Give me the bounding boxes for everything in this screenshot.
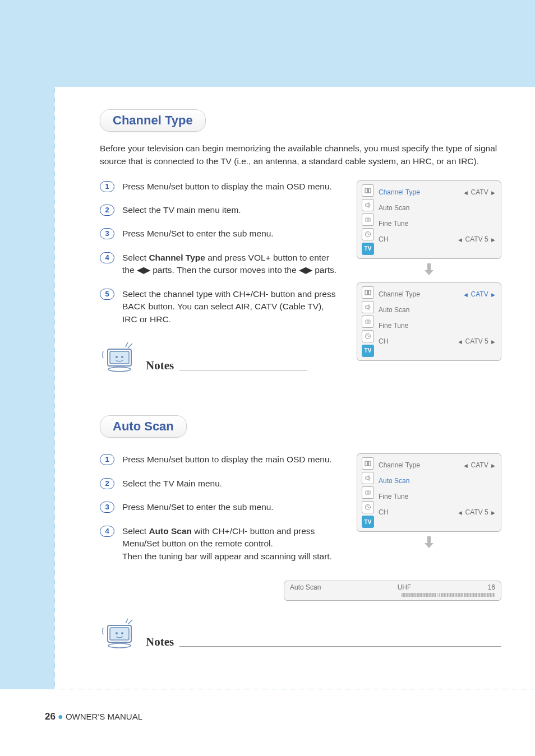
- timer-icon: [362, 330, 374, 342]
- svg-point-35: [116, 632, 118, 634]
- step4-line2: Then the tuning bar will appear and scan…: [122, 551, 332, 561]
- step4-bold: Channel Type: [149, 253, 205, 262]
- timer-icon: [362, 501, 374, 513]
- osd-row-channel-type: Channel Type ◀ CATV ▶: [379, 184, 496, 200]
- step-text: Select the channel type with CH+/CH- but…: [122, 288, 336, 326]
- osd-row-fine-tune: Fine Tune: [379, 489, 496, 504]
- svg-rect-17: [366, 320, 370, 323]
- osd-label: Channel Type: [379, 461, 420, 469]
- step-4: 4 Select Auto Scan with CH+/CH- button a…: [100, 525, 336, 563]
- step-3: 3 Press Menu/Set to enter the sub menu.: [100, 228, 336, 240]
- svg-rect-6: [367, 188, 369, 193]
- svg-rect-7: [366, 218, 370, 221]
- tv-tab-icon: TV: [362, 243, 374, 255]
- osd-value: ◀ CATV 5 ▶: [457, 235, 496, 243]
- notes-block: Notes: [100, 616, 501, 651]
- notes-block: Notes: [100, 340, 307, 375]
- content-area: Channel Type Before your television can …: [54, 87, 535, 689]
- step-number: 3: [100, 502, 114, 513]
- svg-point-2: [116, 356, 118, 358]
- scan-channel-number: 16: [488, 583, 495, 591]
- step-text: Press Menu/set button to display the mai…: [122, 453, 332, 466]
- channel-type-columns: 1 Press Menu/set button to display the m…: [100, 180, 501, 375]
- sidebar-band: [0, 0, 54, 689]
- osd-value-text: CATV: [471, 461, 488, 469]
- auto-scan-columns: 1 Press Menu/set button to display the m…: [100, 448, 501, 574]
- tv-tab-icon: TV: [362, 345, 374, 357]
- notes-label: Notes: [146, 359, 174, 375]
- osd-row-auto-scan: Auto Scan: [379, 302, 496, 318]
- setup-icon: [362, 486, 374, 499]
- svg-marker-32: [425, 543, 433, 548]
- osd-row-channel-type: Channel Type ◀ CATV ▶: [379, 286, 496, 302]
- osd-value-text: CATV: [471, 188, 488, 196]
- header-band: [0, 0, 535, 87]
- osd-menu-rows: Channel Type ◀ CATV ▶ Auto Scan Fine Tun…: [379, 286, 496, 357]
- down-arrow-icon: [357, 263, 501, 278]
- down-arrow-icon: [357, 536, 501, 551]
- osd-value-text: CATV: [471, 290, 488, 298]
- step-text: Select Channel Type and press VOL+ butto…: [122, 252, 336, 277]
- section-title-auto-scan: Auto Scan: [100, 415, 187, 438]
- osd-screenshot-2: TV Channel Type ◀ CATV ▶ Auto Scan Fine …: [357, 282, 501, 361]
- step-text: Press Menu/Set to enter the sub menu.: [122, 501, 274, 513]
- osd-label: CH: [379, 235, 388, 243]
- step-5: 5 Select the channel type with CH+/CH- b…: [100, 288, 336, 326]
- notes-underline: [179, 370, 307, 370]
- osd-label: Channel Type: [379, 290, 420, 298]
- osd-value-text: CATV 5: [465, 508, 488, 516]
- step-text: Press Menu/Set to enter the sub menu.: [122, 228, 274, 240]
- osd-label: Auto Scan: [379, 306, 409, 314]
- osd-row-channel-type: Channel Type ◀ CATV ▶: [379, 457, 496, 473]
- osd-tab-icons: TV: [362, 286, 374, 357]
- step-3: 3 Press Menu/Set to enter the sub menu.: [100, 501, 336, 513]
- osd-value: ◀ CATV ▶: [463, 290, 496, 298]
- osd-menu-rows: Channel Type ◀ CATV ▶ Auto Scan Fine Tun…: [379, 457, 496, 528]
- picture-icon: [362, 184, 374, 197]
- sound-icon: [362, 472, 374, 484]
- osd-value: ◀ CATV 5 ▶: [457, 508, 496, 516]
- osd-row-fine-tune: Fine Tune: [379, 216, 496, 231]
- step-text: Press Menu/set button to display the mai…: [122, 180, 332, 193]
- steps-column: 1 Press Menu/set button to display the m…: [100, 448, 336, 574]
- osd-value: ◀ CATV ▶: [463, 461, 496, 469]
- osd-value: ◀ CATV 5 ▶: [457, 337, 496, 345]
- step-number: 3: [100, 228, 114, 239]
- footer-label: OWNER'S MANUAL: [66, 712, 142, 721]
- step-4: 4 Select Channel Type and press VOL+ but…: [100, 252, 336, 277]
- scan-band: UHF: [398, 583, 412, 591]
- svg-point-3: [121, 356, 123, 358]
- svg-marker-14: [425, 270, 433, 275]
- step-number: 2: [100, 478, 114, 489]
- setup-icon: [362, 214, 374, 226]
- osd-column: TV Channel Type ◀ CATV ▶ Auto Scan Fine …: [357, 448, 501, 555]
- auto-scan-progress-bar: Auto Scan UHF 16 |||||||||||||||||||||||…: [284, 581, 501, 601]
- osd-value: ◀ CATV ▶: [463, 188, 496, 196]
- osd-row-ch: CH ◀ CATV 5 ▶: [379, 231, 496, 247]
- tv-tab-icon: TV: [362, 516, 374, 528]
- step-number: 1: [100, 181, 114, 192]
- steps-column: 1 Press Menu/set button to display the m…: [100, 180, 336, 375]
- osd-label: Auto Scan: [379, 477, 409, 485]
- osd-row-fine-tune: Fine Tune: [379, 318, 496, 333]
- step-2: 2 Select the TV main menu item.: [100, 204, 336, 216]
- svg-rect-13: [427, 263, 431, 270]
- osd-row-auto-scan: Auto Scan: [379, 473, 496, 489]
- setup-icon: [362, 316, 374, 328]
- svg-line-22: [368, 336, 369, 337]
- svg-line-30: [368, 507, 369, 508]
- svg-rect-16: [367, 290, 369, 295]
- osd-label: Fine Tune: [379, 322, 408, 330]
- step-text: Select Auto Scan with CH+/CH- button and…: [122, 525, 336, 563]
- notes-underline: [179, 646, 501, 647]
- tv-cartoon-icon: [100, 616, 140, 651]
- step-text: Select the TV main menu item.: [122, 204, 241, 216]
- osd-row-auto-scan: Auto Scan: [379, 200, 496, 216]
- notes-label: Notes: [146, 635, 174, 651]
- picture-icon: [362, 286, 374, 299]
- osd-label: Channel Type: [379, 188, 420, 196]
- osd-label: CH: [379, 337, 388, 345]
- step-number: 4: [100, 252, 114, 263]
- step-text: Select the TV Main menu.: [122, 477, 222, 490]
- osd-row-ch: CH ◀ CATV 5 ▶: [379, 333, 496, 349]
